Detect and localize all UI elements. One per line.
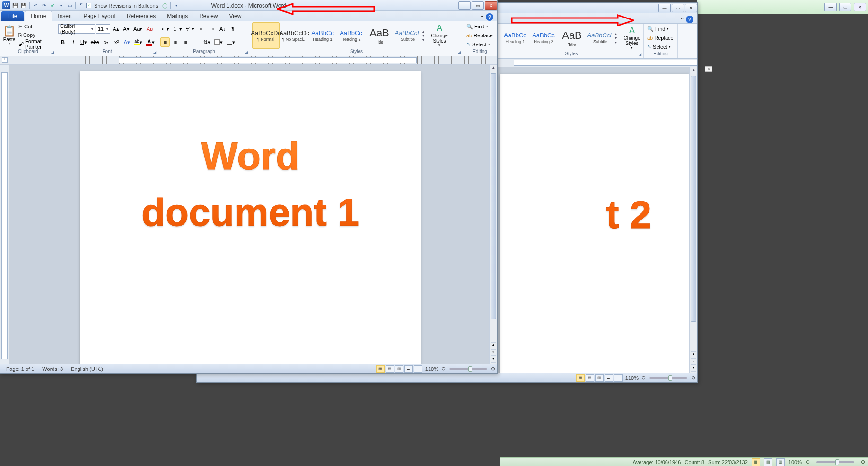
excel-maximize-button[interactable]: ▭ [839, 3, 851, 11]
cut-button[interactable]: ✂ Cut [17, 22, 54, 31]
shading-button[interactable]: ▾ [213, 37, 224, 47]
tab-home[interactable]: Home [25, 11, 52, 21]
document-page[interactable]: Word document 1 [80, 71, 421, 364]
status-words[interactable]: Words: 3 [38, 365, 67, 373]
strikethrough-button[interactable]: abc [89, 37, 101, 47]
next-page-icon[interactable]: ▾ [491, 356, 496, 363]
tab-page-layout[interactable]: Page Layout [78, 11, 121, 21]
zoom-in-icon[interactable]: ⊕ [491, 366, 495, 372]
change-case-icon[interactable]: Aa▾ [132, 24, 144, 34]
style-normal[interactable]: AaBbCcDc¶ Normal [252, 22, 280, 49]
excel-close-button[interactable]: ✕ [854, 3, 866, 11]
clear-format-icon[interactable]: Aʙ [145, 24, 154, 34]
tab-selector-icon[interactable]: └ [2, 57, 8, 63]
clipboard-dialog-launcher[interactable]: ◢ [50, 50, 55, 55]
view-print-layout-2[interactable]: ▦ [576, 374, 585, 382]
styles-dialog-launcher[interactable]: ◢ [456, 50, 462, 55]
view-outline-2[interactable]: ≣ [605, 374, 613, 382]
print-icon[interactable]: ▾ [57, 2, 65, 9]
excel-close-workbook-icon[interactable]: ✕ [705, 66, 712, 72]
style-title[interactable]: AaBTitle [366, 22, 393, 49]
tab-references[interactable]: References [121, 11, 161, 21]
maximize-button[interactable]: ▭ [472, 1, 484, 10]
close-button-2[interactable]: ✕ [685, 4, 697, 12]
format-painter-button[interactable]: 🖌 Format Painter [17, 39, 54, 49]
zoom-out-icon[interactable]: ⊖ [806, 459, 810, 465]
paragraph-dialog-launcher[interactable]: ◢ [244, 50, 249, 55]
spellcheck-icon[interactable]: ✔ [49, 2, 56, 9]
next-page-icon[interactable]: ▾ [691, 365, 696, 372]
prev-page-icon[interactable]: ▴ [491, 342, 496, 349]
excel-view-break[interactable]: ▥ [776, 458, 785, 466]
increase-indent-icon[interactable]: ⇥ [207, 24, 217, 34]
justify-icon[interactable]: ≣ [192, 37, 201, 47]
scrollbar-thumb[interactable] [491, 73, 496, 319]
italic-button[interactable]: I [69, 37, 78, 47]
status-page[interactable]: Page: 1 of 1 [2, 365, 38, 373]
view-web[interactable]: ▥ [395, 365, 403, 373]
scrollbar-thumb-2[interactable] [691, 76, 696, 322]
tab-mailings[interactable]: Mailings [161, 11, 193, 21]
tab-view[interactable]: View [224, 11, 247, 21]
change-styles-button-2[interactable]: AChange Styles▾ [623, 25, 641, 51]
view-outline[interactable]: ≣ [404, 365, 413, 373]
view-full-2[interactable]: ▤ [586, 374, 594, 382]
bold-button[interactable]: B [58, 37, 68, 47]
help-icon[interactable]: ? [686, 16, 693, 23]
tab-insert[interactable]: Insert [52, 11, 78, 21]
zoom-in-icon[interactable]: ⊕ [861, 459, 865, 465]
font-name-combo[interactable]: Calibri (Body)▾ [58, 24, 95, 34]
font-color-button[interactable]: A▾ [145, 37, 156, 47]
font-size-combo[interactable]: 11▾ [96, 24, 110, 34]
collapse-ribbon-icon[interactable]: ⌃ [680, 17, 684, 22]
new-doc-icon[interactable]: ▭ [66, 2, 73, 9]
minimize-button[interactable]: — [458, 1, 471, 10]
excel-minimize-button[interactable]: — [824, 3, 837, 11]
bullets-button[interactable]: ▪≡▾ [160, 24, 171, 34]
view-print-layout[interactable]: ▦ [376, 365, 385, 373]
scroll-up-icon[interactable]: ▴ [690, 67, 697, 75]
borders-button[interactable]: ▾ [225, 37, 237, 47]
find-button[interactable]: 🔍 Find ▾ [465, 22, 495, 31]
sort-icon[interactable]: A↓ [218, 24, 227, 34]
collapse-ribbon-icon[interactable]: ⌃ [480, 15, 484, 20]
style-expand-icon[interactable]: ▾ [615, 40, 622, 44]
shrink-font-icon[interactable]: A▾ [122, 24, 131, 34]
style-title-2[interactable]: AaBTitle [558, 25, 586, 51]
style-expand-icon[interactable]: ▾ [422, 38, 429, 42]
view-draft-2[interactable]: ≡ [614, 374, 623, 382]
save-icon[interactable]: 💾 [11, 2, 19, 9]
highlight-button[interactable]: ab▾ [133, 37, 144, 47]
paste-button[interactable]: 📋Paste▾ [2, 22, 16, 49]
view-full[interactable]: ▤ [386, 365, 394, 373]
style-subtitle[interactable]: AaBbCcLSubtitle [394, 22, 421, 49]
word-app-icon[interactable]: W [2, 1, 10, 9]
minimize-button-2[interactable]: — [658, 4, 671, 12]
style-scroll-up-icon[interactable]: ▴ [615, 32, 622, 36]
scroll-up-icon[interactable]: ▴ [490, 65, 497, 72]
align-left-icon[interactable]: ≡ [160, 37, 170, 47]
excel-zoom-slider[interactable] [816, 461, 854, 463]
tab-review[interactable]: Review [193, 11, 223, 21]
browse-object-icon[interactable]: ○ [491, 349, 496, 356]
style-scroll-down-icon[interactable]: ▾ [422, 34, 429, 38]
zoom-level-2[interactable]: 110% [625, 375, 639, 381]
zoom-slider-2[interactable] [649, 377, 687, 379]
decrease-indent-icon[interactable]: ⇤ [197, 24, 206, 34]
revisions-checkbox[interactable]: ✓ [86, 3, 91, 8]
style-heading1[interactable]: AaBbCcHeading 1 [309, 22, 336, 49]
align-center-icon[interactable]: ≡ [171, 37, 180, 47]
view-web-2[interactable]: ▥ [595, 374, 604, 382]
horizontal-ruler[interactable]: └ [0, 56, 497, 65]
grow-font-icon[interactable]: A▴ [111, 24, 121, 34]
view-draft[interactable]: ≡ [414, 365, 422, 373]
superscript-button[interactable]: x² [112, 37, 122, 47]
numbering-button[interactable]: 1≡▾ [172, 24, 184, 34]
redo-icon[interactable]: ↷ [40, 2, 48, 9]
status-language[interactable]: English (U.K.) [67, 365, 107, 373]
excel-view-normal[interactable]: ▦ [752, 458, 760, 466]
find-button-2[interactable]: 🔍 Find ▾ [646, 25, 675, 34]
qa-customize-icon[interactable]: ▾ [173, 2, 180, 9]
style-heading2-2[interactable]: AaBbCcHeading 2 [530, 25, 557, 51]
style-scroll-down-icon[interactable]: ▾ [615, 36, 622, 40]
